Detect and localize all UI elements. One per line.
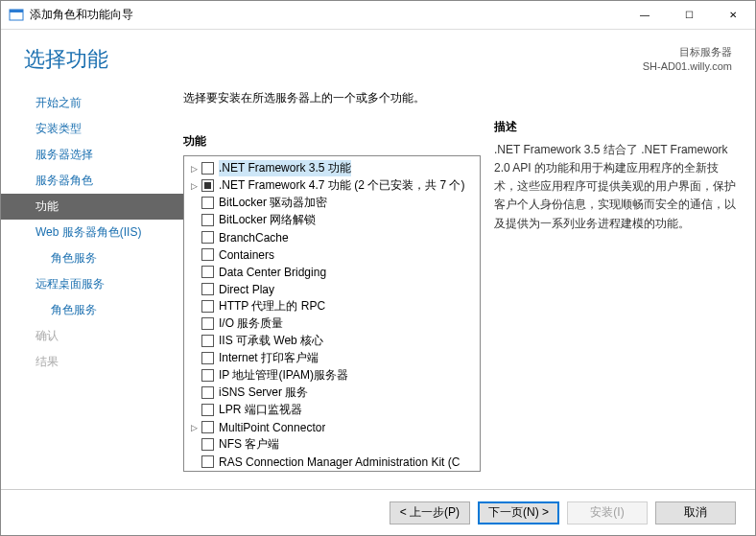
page-title: 选择功能 xyxy=(24,45,643,74)
feature-checkbox[interactable] xyxy=(201,317,214,330)
svg-rect-1 xyxy=(10,10,23,12)
feature-row-17[interactable]: RAS Connection Manager Administration Ki… xyxy=(184,454,480,471)
feature-checkbox[interactable] xyxy=(201,352,214,364)
expander-icon[interactable]: ▷ xyxy=(188,423,200,432)
sidebar-item-2[interactable]: 服务器选择 xyxy=(1,142,183,168)
instruction-text: 选择要安装在所选服务器上的一个或多个功能。 xyxy=(183,90,481,106)
expander-icon[interactable]: ▷ xyxy=(188,181,200,191)
feature-checkbox[interactable] xyxy=(201,335,214,347)
feature-label: NFS 客户端 xyxy=(219,436,279,453)
maximize-button[interactable]: ☐ xyxy=(667,1,711,30)
sidebar-item-8[interactable]: 角色服务 xyxy=(1,297,183,323)
expander-icon[interactable]: ▷ xyxy=(188,164,200,174)
feature-row-5[interactable]: Containers xyxy=(184,246,480,264)
install-button: 安装(I) xyxy=(567,501,648,524)
feature-label: I/O 服务质量 xyxy=(219,315,283,332)
feature-label: BranchCache xyxy=(219,231,289,245)
feature-checkbox[interactable] xyxy=(201,179,214,192)
feature-checkbox[interactable] xyxy=(201,369,214,382)
feature-label: .NET Framework 4.7 功能 (2 个已安装，共 7 个) xyxy=(219,177,464,194)
feature-row-11[interactable]: Internet 打印客户端 xyxy=(184,350,480,367)
feature-label: HTTP 代理上的 RPC xyxy=(219,298,325,315)
window-title: 添加角色和功能向导 xyxy=(30,7,623,23)
app-icon xyxy=(9,8,24,23)
feature-row-13[interactable]: iSNS Server 服务 xyxy=(184,385,480,402)
sidebar-item-5[interactable]: Web 服务器角色(IIS) xyxy=(1,220,183,245)
feature-row-3[interactable]: BitLocker 网络解锁 xyxy=(184,212,480,229)
sidebar-item-0[interactable]: 开始之前 xyxy=(1,90,183,116)
features-label: 功能 xyxy=(183,133,481,150)
sidebar-item-9: 确认 xyxy=(1,323,183,349)
feature-row-15[interactable]: ▷MultiPoint Connector xyxy=(184,419,480,436)
feature-label: RAS Connection Manager Administration Ki… xyxy=(219,455,460,469)
feature-checkbox[interactable] xyxy=(201,231,214,244)
feature-row-4[interactable]: BranchCache xyxy=(184,229,480,246)
titlebar: 添加角色和功能向导 — ☐ ✕ xyxy=(1,1,755,30)
description-text: .NET Framework 3.5 结合了 .NET Framework 2.… xyxy=(494,141,736,233)
feature-checkbox[interactable] xyxy=(201,421,214,433)
cancel-button[interactable]: 取消 xyxy=(655,501,736,524)
next-button[interactable]: 下一页(N) > xyxy=(478,501,559,524)
feature-label: IP 地址管理(IPAM)服务器 xyxy=(219,367,348,384)
feature-label: Internet 打印客户端 xyxy=(219,350,319,366)
feature-row-6[interactable]: Data Center Bridging xyxy=(184,264,480,281)
feature-row-12[interactable]: IP 地址管理(IPAM)服务器 xyxy=(184,367,480,385)
feature-row-7[interactable]: Direct Play xyxy=(184,281,480,298)
feature-label: BitLocker 网络解锁 xyxy=(219,212,316,228)
sidebar-item-7[interactable]: 远程桌面服务 xyxy=(1,271,183,297)
feature-label: BitLocker 驱动器加密 xyxy=(219,195,327,211)
feature-label: .NET Framework 3.5 功能 xyxy=(219,160,351,176)
feature-checkbox[interactable] xyxy=(201,197,214,209)
feature-label: Containers xyxy=(219,248,274,262)
feature-label: Direct Play xyxy=(219,283,274,296)
feature-checkbox[interactable] xyxy=(201,266,214,278)
feature-label: Data Center Bridging xyxy=(219,266,326,279)
sidebar-item-1[interactable]: 安装类型 xyxy=(1,116,183,142)
feature-checkbox[interactable] xyxy=(201,438,214,451)
sidebar-item-3[interactable]: 服务器角色 xyxy=(1,168,183,194)
sidebar-item-10: 结果 xyxy=(1,349,183,375)
feature-label: MultiPoint Connector xyxy=(219,421,325,434)
feature-row-16[interactable]: NFS 客户端 xyxy=(184,436,480,454)
content-area: 开始之前安装类型服务器选择服务器角色功能Web 服务器角色(IIS)角色服务远程… xyxy=(1,84,755,489)
sidebar-item-4[interactable]: 功能 xyxy=(1,194,183,220)
minimize-button[interactable]: — xyxy=(623,1,667,30)
features-column: 选择要安装在所选服务器上的一个或多个功能。 功能 ▷.NET Framework… xyxy=(183,84,481,489)
previous-button[interactable]: < 上一步(P) xyxy=(390,501,470,524)
sidebar-item-6[interactable]: 角色服务 xyxy=(1,245,183,271)
feature-checkbox[interactable] xyxy=(201,162,214,175)
feature-row-0[interactable]: ▷.NET Framework 3.5 功能 xyxy=(184,160,480,177)
wizard-window: 添加角色和功能向导 — ☐ ✕ 选择功能 目标服务器 SH-AD01.willy… xyxy=(0,0,756,536)
feature-label: LPR 端口监视器 xyxy=(219,402,302,418)
description-label: 描述 xyxy=(494,119,736,135)
feature-checkbox[interactable] xyxy=(201,283,214,295)
feature-checkbox[interactable] xyxy=(201,300,214,313)
feature-row-8[interactable]: HTTP 代理上的 RPC xyxy=(184,298,480,315)
feature-checkbox[interactable] xyxy=(201,455,214,468)
feature-row-14[interactable]: LPR 端口监视器 xyxy=(184,402,480,419)
feature-row-18[interactable]: Simple TCP/IP Services xyxy=(184,471,480,472)
feature-row-2[interactable]: BitLocker 驱动器加密 xyxy=(184,195,480,212)
close-button[interactable]: ✕ xyxy=(711,1,755,30)
feature-row-1[interactable]: ▷.NET Framework 4.7 功能 (2 个已安装，共 7 个) xyxy=(184,177,480,195)
description-column: 描述 .NET Framework 3.5 结合了 .NET Framework… xyxy=(494,84,736,489)
features-tree[interactable]: ▷.NET Framework 3.5 功能▷.NET Framework 4.… xyxy=(183,155,481,472)
feature-checkbox[interactable] xyxy=(201,214,214,226)
header: 选择功能 目标服务器 SH-AD01.willy.com xyxy=(1,30,755,84)
feature-row-10[interactable]: IIS 可承载 Web 核心 xyxy=(184,333,480,350)
feature-checkbox[interactable] xyxy=(201,404,214,416)
target-label: 目标服务器 xyxy=(643,45,732,59)
feature-row-9[interactable]: I/O 服务质量 xyxy=(184,315,480,333)
target-value: SH-AD01.willy.com xyxy=(643,59,732,74)
main-panel: 选择要安装在所选服务器上的一个或多个功能。 功能 ▷.NET Framework… xyxy=(183,84,755,489)
feature-checkbox[interactable] xyxy=(201,248,214,261)
sidebar: 开始之前安装类型服务器选择服务器角色功能Web 服务器角色(IIS)角色服务远程… xyxy=(1,84,183,489)
target-server-info: 目标服务器 SH-AD01.willy.com xyxy=(643,45,732,75)
footer: < 上一步(P) 下一页(N) > 安装(I) 取消 xyxy=(1,489,755,535)
feature-label: iSNS Server 服务 xyxy=(219,385,308,401)
feature-checkbox[interactable] xyxy=(201,386,214,399)
feature-label: IIS 可承载 Web 核心 xyxy=(219,333,323,349)
